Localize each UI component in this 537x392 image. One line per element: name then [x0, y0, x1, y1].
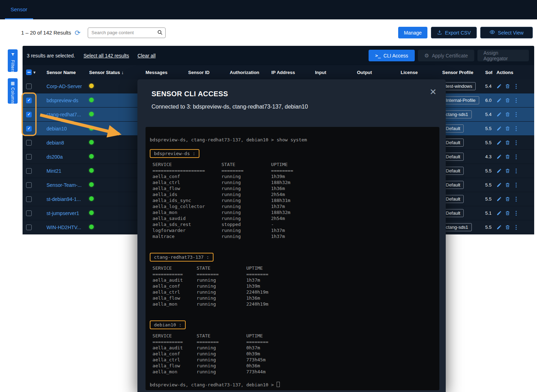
- edit-icon[interactable]: [496, 112, 502, 117]
- delete-icon[interactable]: [505, 154, 510, 159]
- column-header-messages[interactable]: Messages: [141, 70, 184, 75]
- terminal-command-line: bdspreview-ds, ctang-redhat73-137, debia…: [150, 137, 434, 143]
- row-checkbox[interactable]: [26, 225, 32, 230]
- select-all-checkbox[interactable]: [26, 69, 32, 75]
- selection-dropdown-caret[interactable]: ▾: [33, 70, 36, 75]
- column-header-license[interactable]: License: [396, 70, 438, 75]
- status-dot: [89, 112, 94, 116]
- delete-icon[interactable]: [505, 210, 510, 216]
- delete-icon[interactable]: [505, 84, 510, 89]
- column-header-sensor-status[interactable]: Sensor Status↓: [85, 70, 141, 75]
- close-icon[interactable]: ✕: [430, 88, 437, 96]
- sidebar-tab-filters-label: Filters: [10, 60, 15, 73]
- assign-aggregator-button[interactable]: Assign Aggregator: [477, 50, 529, 61]
- export-csv-button[interactable]: Export CSV: [431, 27, 477, 38]
- table-header: ▾ Sensor Name Sensor Status↓ Messages Se…: [23, 65, 534, 79]
- toolbar-actions: Manage Export CSV Select View: [398, 27, 533, 38]
- column-header-sensor-id[interactable]: Sensor ID: [184, 70, 226, 75]
- row-checkbox[interactable]: [26, 98, 32, 103]
- delete-icon[interactable]: [505, 126, 510, 131]
- cli-access-label: CLI Access: [383, 53, 408, 59]
- column-header-sensor-name[interactable]: Sensor Name: [42, 70, 85, 75]
- edit-icon[interactable]: [496, 98, 502, 103]
- row-checkbox[interactable]: [26, 154, 32, 160]
- status-dot: [89, 154, 94, 159]
- row-checkbox[interactable]: [26, 196, 32, 202]
- more-actions-icon[interactable]: ⋮: [513, 167, 519, 174]
- sidebar-tab-filters[interactable]: Filters: [8, 49, 18, 72]
- sensor-name-link[interactable]: ctang-redhat7...: [47, 112, 81, 117]
- software-version: 5.1: [485, 210, 492, 216]
- more-actions-icon[interactable]: ⋮: [513, 139, 519, 146]
- more-actions-icon[interactable]: ⋮: [513, 125, 519, 132]
- edit-icon[interactable]: [496, 126, 502, 131]
- sensor-name-link[interactable]: st-jumpserver1: [47, 210, 79, 216]
- edit-icon[interactable]: [496, 196, 502, 202]
- more-actions-icon[interactable]: ⋮: [513, 182, 519, 188]
- delete-icon[interactable]: [505, 98, 510, 103]
- row-checkbox[interactable]: [26, 140, 32, 146]
- sensor-name-link[interactable]: WIN-HD2HTV...: [47, 225, 81, 230]
- clear-all-link[interactable]: Clear all: [137, 53, 155, 59]
- manage-button[interactable]: Manage: [398, 27, 427, 38]
- row-checkbox[interactable]: [26, 112, 32, 117]
- column-header-sensor-status-label: Sensor Status: [89, 70, 120, 75]
- status-dot: [89, 225, 94, 229]
- edit-icon[interactable]: [496, 140, 502, 145]
- row-checkbox[interactable]: [26, 168, 32, 174]
- sensor-name-link[interactable]: ds200a: [47, 154, 63, 160]
- tab-sensor[interactable]: Sensor: [5, 0, 33, 19]
- delete-icon[interactable]: [505, 140, 510, 145]
- row-checkbox[interactable]: [26, 182, 32, 188]
- row-checkbox[interactable]: [26, 126, 32, 131]
- sidebar-tab-columns[interactable]: ▦ Columns: [8, 78, 18, 104]
- sensor-name-link[interactable]: bdspreview-ds: [47, 98, 78, 103]
- gear-icon: ⚙: [424, 53, 429, 59]
- column-header-input[interactable]: Input: [311, 70, 353, 75]
- more-actions-icon[interactable]: ⋮: [513, 83, 519, 90]
- select-view-button[interactable]: Select View: [480, 27, 533, 38]
- select-all-link[interactable]: Select all 142 results: [84, 53, 129, 59]
- column-header-sensor-profile[interactable]: Sensor Profile: [438, 70, 481, 75]
- terminal-prompt-icon: >_: [375, 53, 381, 58]
- more-actions-icon[interactable]: ⋮: [513, 210, 519, 216]
- row-checkbox[interactable]: [26, 84, 32, 89]
- terminal-output: SERVICE STATE UPTIME =========== =======…: [150, 333, 434, 375]
- cli-terminal[interactable]: bdspreview-ds, ctang-redhat73-137, debia…: [146, 127, 439, 390]
- delete-icon[interactable]: [505, 112, 510, 117]
- refresh-icon[interactable]: ⟳: [75, 29, 81, 36]
- search-input[interactable]: [88, 27, 166, 38]
- sensor-name-link[interactable]: st-debian94-1...: [47, 196, 81, 202]
- more-actions-icon[interactable]: ⋮: [513, 97, 519, 104]
- column-header-ip-address[interactable]: IP Address: [267, 70, 311, 75]
- more-actions-icon[interactable]: ⋮: [513, 111, 519, 118]
- apply-certificate-label: Apply Certificate: [432, 53, 468, 59]
- delete-icon[interactable]: [505, 168, 510, 173]
- more-actions-icon[interactable]: ⋮: [513, 153, 519, 160]
- edit-icon[interactable]: [496, 225, 502, 230]
- sensor-name-link[interactable]: Corp-AD-Server: [47, 84, 82, 89]
- more-actions-icon[interactable]: ⋮: [513, 196, 519, 202]
- apply-certificate-button[interactable]: ⚙ Apply Certificate: [418, 50, 474, 61]
- sensor-name-link[interactable]: debian8: [47, 140, 64, 146]
- delete-icon[interactable]: [505, 182, 510, 188]
- edit-icon[interactable]: [496, 84, 502, 89]
- cli-access-button[interactable]: >_ CLI Access: [369, 50, 415, 61]
- edit-icon[interactable]: [496, 210, 502, 216]
- edit-icon[interactable]: [496, 154, 502, 159]
- sensor-name-link[interactable]: Sensor-Team-...: [47, 182, 82, 188]
- column-header-output[interactable]: Output: [353, 70, 396, 75]
- software-version: 5.5: [485, 126, 492, 131]
- sensor-name-link[interactable]: debian10: [47, 126, 67, 131]
- column-header-software[interactable]: Soft: [481, 70, 492, 75]
- row-checkbox[interactable]: [26, 210, 32, 216]
- edit-icon[interactable]: [496, 182, 502, 188]
- more-actions-icon[interactable]: ⋮: [513, 224, 519, 231]
- terminal-prompt[interactable]: bdspreview-ds, ctang-redhat73-137, debia…: [150, 382, 434, 388]
- edit-icon[interactable]: [496, 168, 502, 173]
- column-header-authorization[interactable]: Authorization: [226, 70, 267, 75]
- delete-icon[interactable]: [505, 196, 510, 202]
- status-dot: [89, 210, 94, 215]
- sensor-name-link[interactable]: Mint21: [47, 168, 61, 174]
- delete-icon[interactable]: [505, 225, 510, 230]
